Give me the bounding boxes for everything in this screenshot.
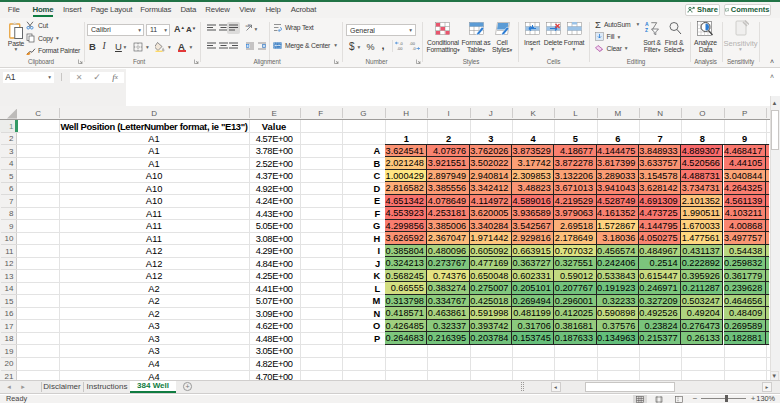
svg-text:ab: ab <box>245 23 250 28</box>
svg-text:A: A <box>645 21 649 27</box>
svg-text:Z: Z <box>645 27 648 33</box>
svg-text:.00: .00 <box>397 46 403 51</box>
